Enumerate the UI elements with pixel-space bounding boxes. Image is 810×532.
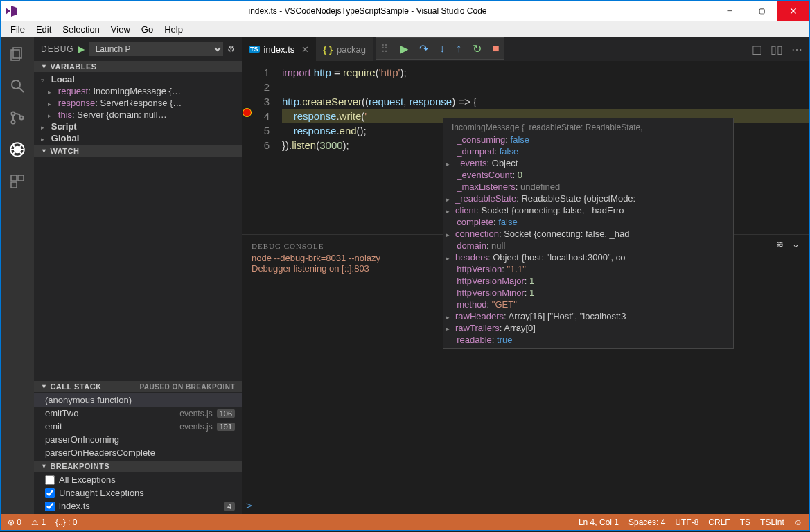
hover-property[interactable]: domain: null bbox=[443, 240, 733, 251]
svg-point-4 bbox=[12, 112, 15, 116]
hover-property[interactable]: method: "GET" bbox=[443, 299, 733, 310]
stop-button[interactable]: ■ bbox=[493, 42, 500, 55]
continue-button[interactable]: ▶ bbox=[400, 42, 408, 55]
extensions-icon[interactable] bbox=[8, 172, 27, 191]
step-into-button[interactable]: ↓ bbox=[439, 42, 445, 55]
console-prompt[interactable]: > bbox=[246, 499, 252, 511]
files-icon[interactable] bbox=[8, 44, 27, 64]
tab-index-ts[interactable]: TS index.ts ✕ bbox=[242, 37, 316, 61]
status-eol[interactable]: CRLF bbox=[708, 517, 730, 527]
callstack-frame[interactable]: (anonymous function) bbox=[34, 393, 242, 407]
debug-sidebar: DEBUG ▶ Launch P ⚙ ▼VARIABLES ▿ Local ▸ … bbox=[34, 37, 242, 514]
callstack-frame[interactable]: emitTwoevents.js106 bbox=[34, 407, 242, 420]
breakpoints-header[interactable]: ▼BREAKPOINTS bbox=[34, 461, 242, 472]
status-warnings[interactable]: ⚠ 1 bbox=[31, 517, 46, 527]
split-editor-icon[interactable]: ◫ bbox=[752, 43, 762, 56]
window-title: index.ts - VSCodeNodejsTypeScriptSample … bbox=[21, 6, 714, 16]
status-position[interactable]: Ln 4, Col 1 bbox=[579, 517, 619, 527]
hover-property[interactable]: _maxListeners: undefined bbox=[443, 181, 733, 193]
watch-header[interactable]: ▼WATCH bbox=[34, 145, 242, 157]
callstack-header[interactable]: ▼CALL STACKPAUSED ON BREAKPOINT bbox=[34, 381, 242, 392]
breakpoint-item[interactable]: Uncaught Exceptions bbox=[34, 486, 242, 499]
menu-go[interactable]: Go bbox=[136, 23, 159, 36]
svg-rect-14 bbox=[11, 182, 17, 188]
breakpoint-item[interactable]: All Exceptions bbox=[34, 473, 242, 486]
gear-icon[interactable]: ⚙ bbox=[227, 44, 235, 54]
svg-rect-13 bbox=[18, 175, 24, 181]
debug-hover-popup: IncomingMessage {_readableState: Readabl… bbox=[443, 118, 734, 349]
callstack-frame[interactable]: emitevents.js191 bbox=[34, 420, 242, 433]
menu-view[interactable]: View bbox=[105, 23, 136, 36]
git-icon[interactable] bbox=[8, 108, 27, 127]
svg-point-5 bbox=[12, 121, 15, 124]
hover-property[interactable]: ▸rawTrailers: Array[0] bbox=[443, 322, 733, 334]
debug-toolbar[interactable]: ⠿ ▶ ↷ ↓ ↑ ↻ ■ bbox=[376, 37, 504, 60]
step-over-button[interactable]: ↷ bbox=[419, 42, 428, 55]
hover-property[interactable]: complete: false bbox=[443, 216, 733, 228]
menu-selection[interactable]: Selection bbox=[57, 23, 105, 36]
hover-property[interactable]: _eventsCount: 0 bbox=[443, 169, 733, 181]
hover-property[interactable]: ▸_events: Object bbox=[443, 157, 733, 169]
start-debug-button[interactable]: ▶ bbox=[78, 44, 85, 54]
svg-point-6 bbox=[20, 116, 24, 120]
vs-logo-icon bbox=[1, 1, 21, 21]
maximize-button[interactable]: ▢ bbox=[746, 1, 777, 21]
feedback-icon[interactable]: ☺ bbox=[794, 517, 802, 527]
var-this[interactable]: ▸ this: Server {domain: null… bbox=[34, 109, 242, 121]
breakpoint-item[interactable]: index.ts4 bbox=[34, 499, 242, 513]
status-encoding[interactable]: UTF-8 bbox=[675, 517, 698, 527]
menu-file[interactable]: File bbox=[5, 23, 30, 36]
editor-area: TS index.ts ✕ { } packag ⠿ ▶ ↷ ↓ ↑ ↻ ■ ◫… bbox=[242, 37, 809, 514]
close-icon[interactable]: ✕ bbox=[301, 44, 309, 55]
collapse-console-icon[interactable]: ⌄ bbox=[792, 239, 800, 249]
hover-property[interactable]: httpVersionMajor: 1 bbox=[443, 275, 733, 287]
hover-property[interactable]: ▸rawHeaders: Array[16] ["Host", "localho… bbox=[443, 310, 733, 322]
variables-header[interactable]: ▼VARIABLES bbox=[34, 61, 242, 72]
hover-property[interactable]: ▸headers: Object {host: "localhost:3000"… bbox=[443, 251, 733, 263]
status-fold[interactable]: {..} : 0 bbox=[55, 517, 77, 527]
hover-property[interactable]: readable: true bbox=[443, 334, 733, 346]
var-request[interactable]: ▸ request: IncomingMessage {… bbox=[34, 85, 242, 97]
debug-label: DEBUG bbox=[41, 44, 74, 54]
var-response[interactable]: ▸ response: ServerResponse {… bbox=[34, 97, 242, 109]
menu-edit[interactable]: Edit bbox=[30, 23, 57, 36]
breakpoint-checkbox[interactable] bbox=[45, 502, 55, 511]
clear-console-icon[interactable]: ≋ bbox=[776, 239, 784, 249]
editor-layout-icon[interactable]: ▯▯ bbox=[771, 43, 783, 56]
breakpoint-glyph[interactable] bbox=[243, 109, 251, 116]
minimize-button[interactable]: ─ bbox=[714, 1, 746, 21]
breakpoint-checkbox[interactable] bbox=[45, 488, 55, 498]
callstack-frame[interactable]: parserOnIncoming bbox=[34, 433, 242, 446]
hover-property[interactable]: httpVersion: "1.1" bbox=[443, 263, 733, 275]
search-icon[interactable] bbox=[8, 76, 27, 96]
hover-property[interactable]: ▸connection: Socket {connecting: false, … bbox=[443, 228, 733, 240]
more-icon[interactable]: ⋯ bbox=[791, 43, 802, 56]
menu-help[interactable]: Help bbox=[159, 23, 188, 36]
hover-property[interactable]: ▸_readableState: ReadableState {objectMo… bbox=[443, 193, 733, 204]
hover-property[interactable]: _dumped: false bbox=[443, 145, 733, 157]
scope-script[interactable]: ▸ Script bbox=[34, 121, 242, 132]
hover-property[interactable]: httpVersionMinor: 1 bbox=[443, 287, 733, 299]
grip-icon[interactable]: ⠿ bbox=[380, 42, 389, 55]
status-lint[interactable]: TSLint bbox=[760, 517, 784, 527]
status-language[interactable]: TS bbox=[740, 517, 750, 527]
callstack-frame[interactable]: parserOnHeadersComplete bbox=[34, 446, 242, 459]
step-out-button[interactable]: ↑ bbox=[456, 42, 461, 55]
code-editor[interactable]: 123456 import http = require('http');htt… bbox=[242, 61, 809, 234]
hover-property[interactable]: _consuming: false bbox=[443, 134, 733, 145]
hover-property[interactable]: ▸client: Socket {connecting: false, _had… bbox=[443, 204, 733, 216]
svg-point-11 bbox=[15, 147, 21, 153]
scope-local[interactable]: ▿ Local bbox=[34, 73, 242, 85]
debug-config-select[interactable]: Launch P bbox=[89, 42, 223, 56]
close-button[interactable]: ✕ bbox=[777, 1, 809, 21]
hover-title: IncomingMessage {_readableState: Readabl… bbox=[443, 121, 733, 134]
svg-rect-12 bbox=[11, 175, 17, 181]
tab-package-json[interactable]: { } packag bbox=[316, 37, 373, 61]
scope-global[interactable]: ▸ Global bbox=[34, 132, 242, 144]
status-spaces[interactable]: Spaces: 4 bbox=[628, 517, 665, 527]
restart-button[interactable]: ↻ bbox=[473, 42, 482, 55]
breakpoint-checkbox[interactable] bbox=[45, 475, 55, 485]
debug-icon[interactable] bbox=[8, 140, 27, 159]
svg-point-2 bbox=[12, 80, 20, 89]
status-errors[interactable]: ⊗ 0 bbox=[8, 517, 21, 527]
